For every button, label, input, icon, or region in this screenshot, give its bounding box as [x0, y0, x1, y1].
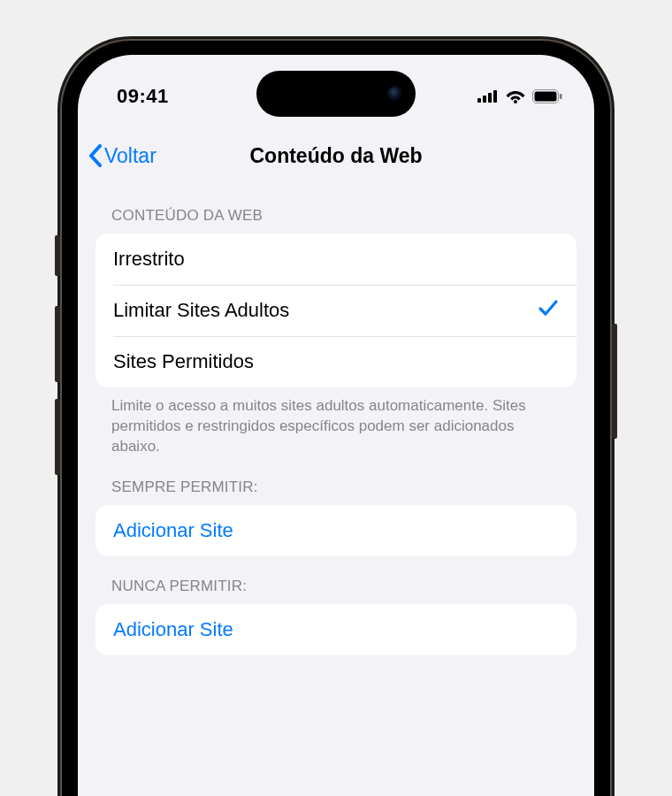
svg-rect-2: [488, 93, 492, 103]
back-button[interactable]: Voltar: [85, 144, 157, 168]
section-header-always-allow: SEMPRE PERMITIR:: [95, 457, 577, 505]
add-site-label: Adicionar Site: [113, 519, 233, 542]
dynamic-island: [256, 71, 416, 117]
section-header-never-allow: NUNCA PERMITIR:: [95, 556, 577, 604]
wifi-icon: [506, 89, 525, 103]
side-button-volume-down: [55, 399, 60, 475]
option-label: Sites Permitidos: [113, 350, 254, 373]
content-area: CONTEÚDO DA WEB Irrestrito Limitar Sites…: [78, 179, 594, 655]
svg-rect-6: [535, 92, 557, 102]
page-title: Conteúdo da Web: [249, 144, 422, 168]
add-site-always-allow-button[interactable]: Adicionar Site: [95, 505, 577, 556]
battery-icon: [532, 89, 562, 103]
status-indicators: [477, 89, 562, 103]
svg-rect-0: [477, 98, 481, 103]
option-label: Limitar Sites Adultos: [113, 299, 289, 322]
svg-point-4: [514, 100, 517, 103]
back-label: Voltar: [104, 144, 157, 168]
add-site-label: Adicionar Site: [113, 618, 233, 641]
section-header-web-content: CONTEÚDO DA WEB: [95, 179, 577, 233]
option-unrestricted[interactable]: Irrestrito: [95, 233, 577, 285]
side-button-silence: [55, 235, 60, 276]
screen: 09:41: [78, 55, 594, 796]
status-time: 09:41: [117, 85, 169, 108]
svg-rect-1: [483, 96, 486, 103]
option-label: Irrestrito: [113, 248, 185, 271]
checkmark-icon: [538, 297, 559, 324]
svg-rect-7: [560, 94, 562, 99]
section-footer-web-content: Limite o acesso a muitos sites adultos a…: [95, 387, 577, 457]
side-button-volume-up: [55, 306, 60, 382]
never-allow-group: Adicionar Site: [95, 604, 577, 655]
add-site-never-allow-button[interactable]: Adicionar Site: [95, 604, 577, 655]
option-allowed-only[interactable]: Sites Permitidos: [95, 336, 577, 387]
web-content-group: Irrestrito Limitar Sites Adultos Sites P…: [95, 233, 577, 387]
option-limit-adult[interactable]: Limitar Sites Adultos: [95, 285, 577, 336]
nav-bar: Voltar Conteúdo da Web: [78, 133, 594, 179]
chevron-left-icon: [88, 144, 103, 167]
side-button-power: [612, 324, 617, 439]
svg-rect-3: [493, 90, 497, 103]
phone-frame: 09:41: [62, 41, 610, 796]
always-allow-group: Adicionar Site: [95, 505, 577, 556]
front-camera-icon: [387, 86, 403, 102]
cellular-icon: [477, 90, 499, 103]
